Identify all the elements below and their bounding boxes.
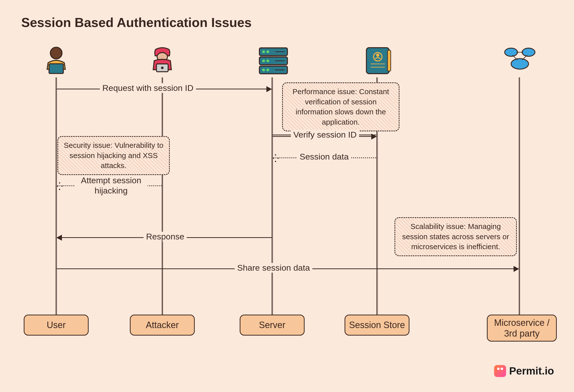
brand-text: Permit.io: [509, 365, 554, 377]
note-security: Security issue: Vulnerability to session…: [57, 136, 170, 175]
user-icon: [40, 45, 72, 77]
svg-point-10: [262, 59, 265, 62]
note-scalability: Scalability issue: Managing session stat…: [394, 217, 517, 256]
lifeline-microservice: [519, 77, 520, 315]
svg-point-12: [262, 68, 265, 71]
actor-label-attacker: Attacker: [130, 315, 195, 336]
note-performance: Performance issue: Constant verification…: [282, 82, 399, 131]
svg-point-20: [376, 53, 380, 57]
lifeline-server: [272, 77, 272, 315]
svg-point-9: [266, 50, 269, 53]
session-store-icon: [362, 44, 394, 77]
label-response: Response: [144, 232, 187, 241]
svg-rect-18: [387, 50, 391, 71]
label-share: Share session data: [235, 263, 312, 273]
svg-point-11: [266, 59, 269, 62]
permit-logo-icon: [494, 365, 506, 377]
diagram-title: Session Based Authentication Issues: [21, 15, 252, 30]
actor-label-session-store: Session Store: [345, 315, 409, 336]
label-request: Request with session ID: [100, 83, 196, 93]
lifeline-attacker: [162, 77, 163, 315]
attacker-icon: [146, 44, 179, 77]
svg-point-24: [522, 48, 535, 56]
svg-point-25: [511, 59, 529, 69]
actor-label-server: Server: [240, 315, 305, 336]
brand-logo: Permit.io: [494, 365, 554, 377]
svg-rect-1: [49, 64, 63, 73]
svg-point-23: [505, 48, 517, 56]
svg-point-0: [50, 47, 62, 59]
lifeline-user: [56, 77, 56, 315]
actor-label-microservice: Microservice / 3rd party: [487, 315, 557, 342]
actor-label-user: User: [24, 315, 89, 336]
svg-point-13: [266, 68, 269, 71]
server-icon: [256, 44, 291, 79]
label-session-data: Session data: [297, 152, 351, 162]
cloud-icon: [502, 45, 537, 77]
label-verify: Verify session ID: [291, 130, 359, 140]
label-hijack: Attempt session hijacking: [75, 175, 147, 196]
svg-point-8: [262, 50, 265, 53]
svg-point-4: [161, 66, 164, 69]
